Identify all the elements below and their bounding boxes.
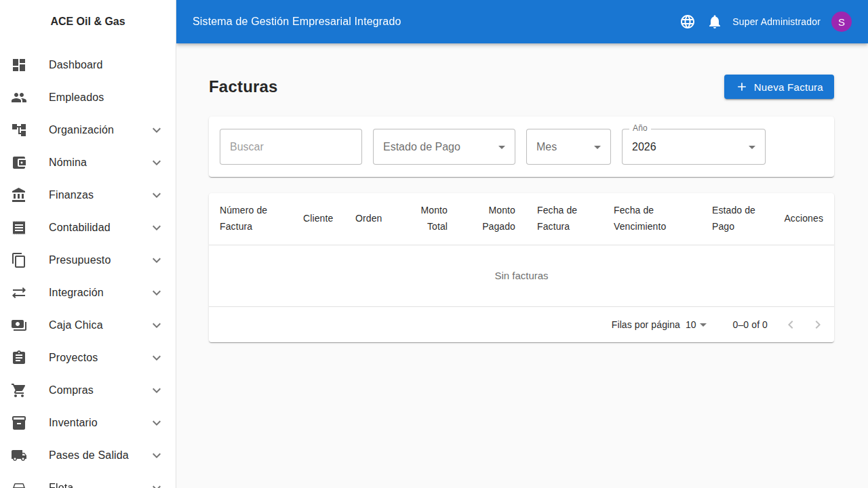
car-icon: [11, 480, 27, 488]
column-header-acciones: Acciones: [772, 193, 834, 245]
sidebar-item-label: Nómina: [49, 157, 149, 169]
inventory-icon: [11, 415, 27, 431]
avatar[interactable]: S: [831, 12, 852, 32]
shopping-cart-icon: [11, 382, 27, 399]
brand: ACE Oil & Gas: [0, 0, 176, 43]
bell-icon: [707, 14, 723, 30]
main-content: Facturas Nueva Factura Estado de Pago Me…: [176, 0, 868, 342]
app-title: Sistema de Gestión Empresarial Integrado: [193, 16, 674, 28]
sidebar-item-empleados[interactable]: Empleados: [0, 81, 176, 114]
chevron-down-icon: [149, 220, 165, 236]
sidebar-item-finanzas[interactable]: Finanzas: [0, 179, 176, 211]
pagination-range: 0–0 of 0: [733, 319, 768, 330]
chevron-down-icon: [149, 350, 165, 366]
filters-card: Estado de Pago Mes Año 2026: [209, 117, 834, 177]
sidebar-item-label: Integración: [49, 287, 149, 299]
chevron-down-icon: [149, 317, 165, 333]
dropdown-arrow-icon: [494, 139, 510, 155]
column-header-orden: Orden: [344, 193, 397, 245]
bank-icon: [11, 187, 27, 203]
ledger-icon: [11, 220, 27, 236]
sidebar-item-presupuesto[interactable]: Presupuesto: [0, 244, 176, 277]
sidebar: ACE Oil & Gas Dashboard Empleados Organi…: [0, 0, 176, 488]
wallet-icon: [11, 155, 27, 171]
dropdown-arrow-icon: [589, 139, 606, 155]
rows-per-page-label: Filas por página: [612, 319, 680, 330]
estado-de-pago-value: Estado de Pago: [383, 141, 460, 153]
avatar-initial: S: [838, 16, 845, 28]
copy-icon: [11, 252, 27, 268]
payments-icon: [11, 317, 27, 333]
sidebar-item-pases-de-salida[interactable]: Pases de Salida: [0, 439, 176, 472]
people-icon: [11, 89, 27, 106]
app-header: Sistema de Gestión Empresarial Integrado…: [176, 0, 868, 43]
sidebar-item-label: Presupuesto: [49, 254, 149, 266]
sidebar-item-proyectos[interactable]: Proyectos: [0, 342, 176, 374]
chevron-down-icon: [149, 155, 165, 171]
sidebar-item-inventario[interactable]: Inventario: [0, 407, 176, 439]
sidebar-item-label: Caja Chica: [49, 319, 149, 331]
next-page-button[interactable]: [804, 311, 831, 338]
estado-de-pago-select[interactable]: Estado de Pago: [373, 129, 515, 165]
column-header-estado-de-pago: Estado de Pago: [701, 193, 772, 245]
empty-state-text: Sin facturas: [494, 270, 548, 281]
dropdown-arrow-icon: [695, 317, 711, 333]
sidebar-item-label: Inventario: [49, 417, 149, 429]
search-input[interactable]: [220, 129, 361, 164]
sidebar-item-label: Proyectos: [49, 352, 149, 364]
user-name: Super Administrador: [732, 16, 821, 27]
dropdown-arrow-icon: [744, 139, 760, 155]
column-header-numero-de-factura: Número de Factura: [209, 193, 292, 245]
chevron-right-icon: [810, 317, 826, 333]
sidebar-item-label: Finanzas: [49, 189, 149, 201]
column-header-cliente: Cliente: [292, 193, 344, 245]
clipboard-icon: [11, 350, 27, 366]
rows-per-page-select[interactable]: 10: [686, 317, 711, 333]
empty-state-row: Sin facturas: [209, 245, 834, 307]
appbar-actions: Super Administrador S: [674, 8, 852, 35]
chevron-down-icon: [149, 447, 165, 464]
anio-value: 2026: [632, 141, 656, 153]
dashboard-icon: [11, 57, 27, 73]
chevron-down-icon: [149, 285, 165, 301]
chevron-left-icon: [783, 317, 799, 333]
language-button[interactable]: [674, 8, 701, 35]
column-header-monto-total: Monto Total: [397, 193, 458, 245]
sidebar-item-label: Empleados: [49, 92, 165, 104]
sidebar-item-label: Pases de Salida: [49, 449, 149, 462]
sidebar-item-integracion[interactable]: Integración: [0, 277, 176, 309]
chevron-down-icon: [149, 382, 165, 399]
new-invoice-button[interactable]: Nueva Factura: [724, 75, 834, 99]
sidebar-item-label: Compras: [49, 384, 149, 396]
anio-select[interactable]: Año 2026: [622, 129, 766, 165]
mes-value: Mes: [536, 141, 557, 153]
sidebar-item-nomina[interactable]: Nómina: [0, 146, 176, 179]
chevron-down-icon: [149, 252, 165, 268]
sidebar-item-contabilidad[interactable]: Contabilidad: [0, 211, 176, 244]
globe-icon: [679, 14, 696, 30]
page-title: Facturas: [209, 77, 278, 96]
search-field: [220, 129, 362, 165]
sidebar-item-label: Flota: [49, 482, 149, 488]
sidebar-item-flota[interactable]: Flota: [0, 472, 176, 488]
sidebar-item-organizacion[interactable]: Organización: [0, 114, 176, 146]
previous-page-button[interactable]: [777, 311, 804, 338]
column-header-monto-pagado: Monto Pagado: [458, 193, 526, 245]
sidebar-nav: Dashboard Empleados Organización Nómina: [0, 43, 176, 488]
plus-icon: [735, 80, 749, 94]
sidebar-item-label: Contabilidad: [49, 222, 149, 234]
sidebar-item-label: Dashboard: [49, 59, 165, 71]
sidebar-item-caja-chica[interactable]: Caja Chica: [0, 309, 176, 342]
table-header-row: Número de Factura Cliente Orden Monto To…: [209, 193, 834, 245]
truck-icon: [11, 447, 27, 464]
chevron-down-icon: [149, 480, 165, 488]
chevron-down-icon: [149, 122, 165, 138]
notifications-button[interactable]: [701, 8, 728, 35]
mes-select[interactable]: Mes: [526, 129, 611, 165]
brand-label: ACE Oil & Gas: [50, 16, 125, 28]
new-invoice-button-label: Nueva Factura: [754, 81, 823, 93]
sidebar-item-compras[interactable]: Compras: [0, 374, 176, 407]
sidebar-item-dashboard[interactable]: Dashboard: [0, 49, 176, 81]
anio-label: Año: [629, 123, 651, 134]
org-tree-icon: [11, 122, 27, 138]
